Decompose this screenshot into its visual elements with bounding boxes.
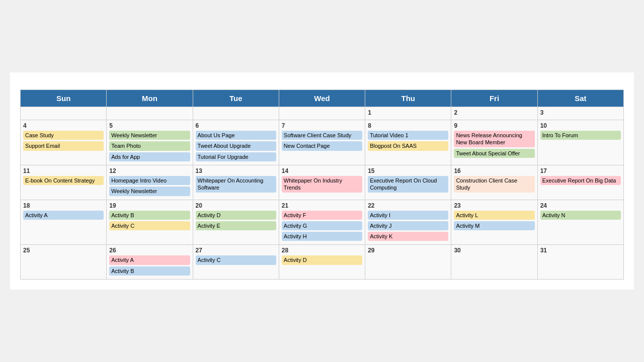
calendar-cell: 26Activity AActivity B	[107, 245, 193, 280]
calendar-cell: 18Activity A	[21, 200, 107, 245]
day-number: 27	[196, 247, 276, 254]
calendar-event: Activity G	[282, 221, 362, 230]
day-number: 26	[109, 247, 190, 254]
calendar-event: Tutorial For Upgrade	[196, 152, 276, 161]
day-number: 18	[23, 202, 104, 209]
calendar-row-4: 2526Activity AActivity B27Activity C28Ac…	[21, 245, 624, 280]
day-number: 25	[23, 247, 104, 254]
calendar-event: Activity L	[454, 211, 534, 220]
calendar-cell: 30	[451, 245, 537, 280]
calendar-cell	[107, 107, 193, 120]
calendar-event: About Us Page	[196, 131, 276, 140]
calendar-cell: 29	[365, 245, 451, 280]
calendar-event: Blogpost On SAAS	[368, 141, 448, 150]
calendar-event: Activity M	[454, 221, 534, 230]
calendar-event: Activity A	[23, 211, 104, 220]
calendar-event: Executive Report On Big Data	[540, 176, 621, 185]
day-number: 19	[109, 202, 190, 209]
calendar-event: Activity C	[109, 221, 190, 230]
calendar-event: Tutorial Video 1	[368, 131, 448, 140]
calendar-body: 1234Case StudySupport Email5Weekly Newsl…	[21, 107, 624, 280]
calendar-event: Whitepaper On Industry Trends	[282, 176, 362, 193]
calendar-event: Activity K	[368, 232, 448, 241]
header-sun: Sun	[21, 90, 107, 107]
day-number: 21	[282, 202, 362, 209]
calendar-row-3: 18Activity A19Activity BActivity C20Acti…	[21, 200, 624, 245]
calendar-cell: 24Activity N	[537, 200, 623, 245]
day-number: 29	[368, 247, 448, 254]
day-number: 23	[454, 202, 534, 209]
day-number: 10	[540, 122, 621, 129]
calendar-cell: 11E-book On Content Strategy	[21, 165, 107, 200]
day-number: 22	[368, 202, 448, 209]
calendar-event: New Contact Page	[282, 141, 362, 150]
calendar-event: Tweet About Special Offer	[454, 149, 534, 158]
calendar-cell: 15Executive Report On Cloud Computing	[365, 165, 451, 200]
day-number: 17	[540, 167, 621, 174]
calendar-cell: 31	[537, 245, 623, 280]
calendar-event: Activity B	[109, 266, 190, 276]
calendar-cell: 7Software Client Case StudyNew Contact P…	[279, 120, 365, 165]
day-number: 5	[109, 122, 190, 129]
calendar-event: Activity D	[196, 211, 276, 220]
calendar-cell: 5Weekly NewsletterTeam PhotoAds for App	[107, 120, 193, 165]
calendar-event: Whitepaper On Accounting Software	[196, 176, 276, 193]
calendar-event: Activity N	[540, 211, 621, 220]
calendar-event: Activity D	[282, 255, 362, 264]
day-number: 7	[282, 122, 362, 129]
calendar-cell: 27Activity C	[193, 245, 279, 280]
calendar-event: Weekly Newsletter	[109, 187, 190, 196]
calendar-event: Case Study	[23, 131, 104, 140]
calendar-cell: 10Intro To Forum	[537, 120, 623, 165]
calendar-event: Team Photo	[109, 141, 190, 150]
calendar-cell: 19Activity BActivity C	[107, 200, 193, 245]
calendar-cell: 21Activity FActivity GActivity H	[279, 200, 365, 245]
calendar-event: Ads for App	[109, 152, 190, 161]
calendar-event: Intro To Forum	[540, 131, 621, 140]
calendar-cell: 6About Us PageTweet About UpgradeTutoria…	[193, 120, 279, 165]
calendar-row-2: 11E-book On Content Strategy12Homepage I…	[21, 165, 624, 200]
day-number: 12	[109, 167, 190, 174]
day-number: 15	[368, 167, 448, 174]
header-mon: Mon	[107, 90, 193, 107]
calendar-event: News Release Announcing New Board Member	[454, 131, 534, 147]
calendar-event: Support Email	[23, 141, 104, 150]
calendar-event: Activity C	[196, 255, 276, 264]
calendar-cell: 14Whitepaper On Industry Trends	[279, 165, 365, 200]
calendar-cell: 25	[21, 245, 107, 280]
calendar-cell	[21, 107, 107, 120]
calendar-cell: 1	[365, 107, 451, 120]
calendar-event: Activity J	[368, 221, 448, 230]
day-number: 24	[540, 202, 621, 209]
calendar-cell: 16Construction Client Case Study	[451, 165, 537, 200]
day-number: 16	[454, 167, 534, 174]
calendar-cell: 2	[451, 107, 537, 120]
day-number: 4	[23, 122, 104, 129]
calendar-cell: 8Tutorial Video 1Blogpost On SAAS	[365, 120, 451, 165]
day-number: 1	[368, 109, 448, 116]
calendar-cell: 22Activity IActivity JActivity K	[365, 200, 451, 245]
calendar-cell: 4Case StudySupport Email	[21, 120, 107, 165]
header-wed: Wed	[279, 90, 365, 107]
day-number: 9	[454, 122, 534, 129]
day-number: 31	[540, 247, 621, 254]
calendar-event: Tweet About Upgrade	[196, 141, 276, 150]
header-fri: Fri	[451, 90, 537, 107]
calendar-row-0: 123	[21, 107, 624, 120]
calendar-event: Construction Client Case Study	[454, 176, 534, 193]
day-number: 30	[454, 247, 534, 254]
calendar-event: Software Client Case Study	[282, 131, 362, 140]
calendar-event: Activity F	[282, 211, 362, 220]
calendar-event: Weekly Newsletter	[109, 131, 190, 140]
calendar-cell: 28Activity D	[279, 245, 365, 280]
calendar-cell: 12Homepage Intro VideoWeekly Newsletter	[107, 165, 193, 200]
calendar-event: E-book On Content Strategy	[23, 176, 104, 185]
calendar-table: SunMonTueWedThuFriSat 1234Case StudySupp…	[20, 89, 624, 280]
calendar-event: Executive Report On Cloud Computing	[368, 176, 448, 193]
calendar-cell: 9News Release Announcing New Board Membe…	[451, 120, 537, 165]
day-number: 11	[23, 167, 104, 174]
main-container: SunMonTueWedThuFriSat 1234Case StudySupp…	[10, 72, 634, 290]
calendar-event: Activity I	[368, 211, 448, 220]
calendar-row-1: 4Case StudySupport Email5Weekly Newslett…	[21, 120, 624, 165]
header-tue: Tue	[193, 90, 279, 107]
